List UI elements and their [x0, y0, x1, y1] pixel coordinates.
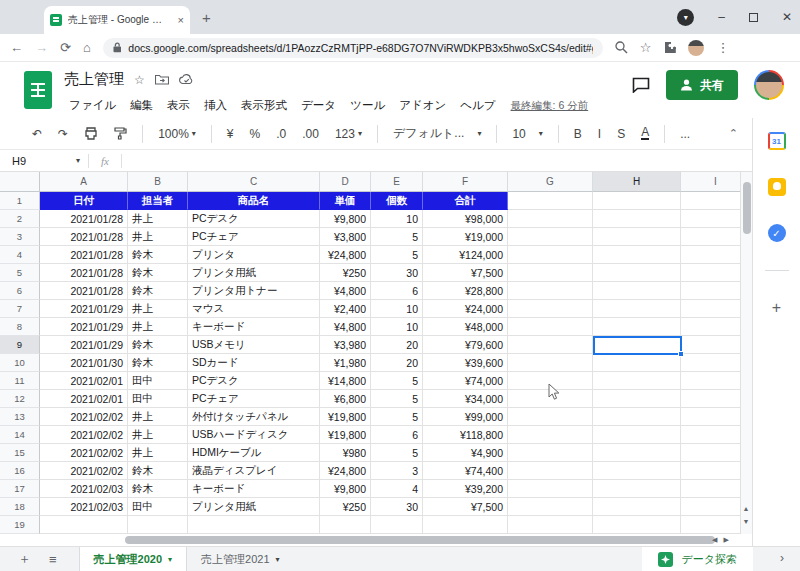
column-header-G[interactable]: G [508, 172, 593, 192]
cloud-status-icon[interactable] [179, 74, 194, 85]
cell-E18[interactable]: 30 [371, 498, 423, 516]
explore-button[interactable]: データ探索 [642, 547, 753, 571]
keep-icon[interactable] [768, 178, 786, 196]
grid-rows[interactable]: 1日付担当者商品名単価個数合計22021/01/28井上PCデスク¥9,8001… [0, 192, 740, 534]
cell-C7[interactable]: マウス [188, 300, 320, 318]
cell-G2[interactable] [508, 210, 593, 228]
cell-I7[interactable] [681, 300, 740, 318]
add-addon-button[interactable]: + [772, 299, 781, 317]
cell-A9[interactable]: 2021/01/29 [40, 336, 128, 354]
cell-F4[interactable]: ¥124,000 [423, 246, 508, 264]
row-header-11[interactable]: 11 [0, 372, 40, 390]
cell-F10[interactable]: ¥39,600 [423, 354, 508, 372]
row-header-16[interactable]: 16 [0, 462, 40, 480]
cell-C3[interactable]: PCチェア [188, 228, 320, 246]
maximize-button[interactable] [749, 13, 758, 22]
cell-C9[interactable]: USBメモリ [188, 336, 320, 354]
increase-decimal-button[interactable]: .00 [296, 125, 325, 143]
menu-item-6[interactable]: ツール [343, 95, 392, 116]
cell-H1[interactable] [593, 192, 681, 210]
cell-F12[interactable]: ¥34,000 [423, 390, 508, 408]
cell-A11[interactable]: 2021/02/01 [40, 372, 128, 390]
cell-F17[interactable]: ¥39,200 [423, 480, 508, 498]
row-header-5[interactable]: 5 [0, 264, 40, 282]
cell-H2[interactable] [593, 210, 681, 228]
sheets-logo-icon[interactable] [24, 71, 52, 109]
row-header-1[interactable]: 1 [0, 192, 40, 210]
menu-item-0[interactable]: ファイル [62, 95, 123, 116]
menu-item-7[interactable]: アドオン [392, 95, 453, 116]
cell-E3[interactable]: 5 [371, 228, 423, 246]
row-header-3[interactable]: 3 [0, 228, 40, 246]
cell-H5[interactable] [593, 264, 681, 282]
add-sheet-button[interactable]: ＋ [18, 550, 31, 568]
cell-I3[interactable] [681, 228, 740, 246]
chrome-profile-icon[interactable]: ▾ [677, 9, 694, 26]
cell-H7[interactable] [593, 300, 681, 318]
paint-format-icon[interactable] [108, 125, 133, 142]
cell-G14[interactable] [508, 426, 593, 444]
column-header-I[interactable]: I [681, 172, 740, 192]
row-header-2[interactable]: 2 [0, 210, 40, 228]
cell-F9[interactable]: ¥79,600 [423, 336, 508, 354]
column-header-D[interactable]: D [320, 172, 371, 192]
cell-H19[interactable] [593, 516, 681, 534]
forward-icon[interactable]: → [35, 40, 48, 55]
cell-H4[interactable] [593, 246, 681, 264]
cell-E2[interactable]: 10 [371, 210, 423, 228]
cell-C15[interactable]: HDMIケーブル [188, 444, 320, 462]
cell-B1[interactable]: 担当者 [128, 192, 188, 210]
cell-I18[interactable] [681, 498, 740, 516]
minimize-button[interactable]: – [718, 10, 725, 24]
cell-D2[interactable]: ¥9,800 [320, 210, 371, 228]
cell-H12[interactable] [593, 390, 681, 408]
cell-H13[interactable] [593, 408, 681, 426]
cell-D10[interactable]: ¥1,980 [320, 354, 371, 372]
cell-G8[interactable] [508, 318, 593, 336]
cell-D9[interactable]: ¥3,980 [320, 336, 371, 354]
cell-E6[interactable]: 6 [371, 282, 423, 300]
cell-F18[interactable]: ¥7,500 [423, 498, 508, 516]
cell-I17[interactable] [681, 480, 740, 498]
cell-G1[interactable] [508, 192, 593, 210]
cell-B17[interactable]: 鈴木 [128, 480, 188, 498]
collapse-toolbar-icon[interactable]: ⌃ [729, 127, 738, 140]
vertical-scrollbar[interactable] [740, 172, 752, 534]
cell-F11[interactable]: ¥74,000 [423, 372, 508, 390]
cell-E11[interactable]: 5 [371, 372, 423, 390]
cell-H6[interactable] [593, 282, 681, 300]
document-title[interactable]: 売上管理 [64, 70, 124, 89]
cell-E5[interactable]: 30 [371, 264, 423, 282]
row-header-14[interactable]: 14 [0, 426, 40, 444]
row-header-7[interactable]: 7 [0, 300, 40, 318]
cell-D19[interactable] [320, 516, 371, 534]
browser-avatar[interactable] [688, 40, 704, 56]
italic-button[interactable]: I [592, 125, 607, 143]
cell-F7[interactable]: ¥24,000 [423, 300, 508, 318]
cell-D7[interactable]: ¥2,400 [320, 300, 371, 318]
column-header-B[interactable]: B [128, 172, 188, 192]
column-headers[interactable]: ABCDEFGHI [0, 172, 740, 192]
cell-A19[interactable] [40, 516, 128, 534]
cell-B18[interactable]: 田中 [128, 498, 188, 516]
font-select[interactable]: デフォルト...▾ [387, 123, 487, 144]
cell-F2[interactable]: ¥98,000 [423, 210, 508, 228]
cell-D16[interactable]: ¥24,800 [320, 462, 371, 480]
reload-icon[interactable]: ⟳ [60, 40, 71, 55]
share-button[interactable]: 共有 [666, 70, 738, 100]
cell-H11[interactable] [593, 372, 681, 390]
cell-D3[interactable]: ¥3,800 [320, 228, 371, 246]
sheet-tab-inactive[interactable]: 売上管理2021 ▾ [187, 547, 294, 571]
cell-B16[interactable]: 鈴木 [128, 462, 188, 480]
cell-F8[interactable]: ¥48,000 [423, 318, 508, 336]
star-icon[interactable]: ☆ [134, 73, 145, 87]
cell-E19[interactable] [371, 516, 423, 534]
cell-C1[interactable]: 商品名 [188, 192, 320, 210]
cell-I9[interactable] [681, 336, 740, 354]
cell-A10[interactable]: 2021/01/30 [40, 354, 128, 372]
sheet-tab-menu-icon[interactable]: ▾ [276, 555, 280, 564]
cell-F15[interactable]: ¥4,900 [423, 444, 508, 462]
menu-item-8[interactable]: ヘルプ [453, 95, 502, 116]
cell-A7[interactable]: 2021/01/29 [40, 300, 128, 318]
cell-E4[interactable]: 5 [371, 246, 423, 264]
